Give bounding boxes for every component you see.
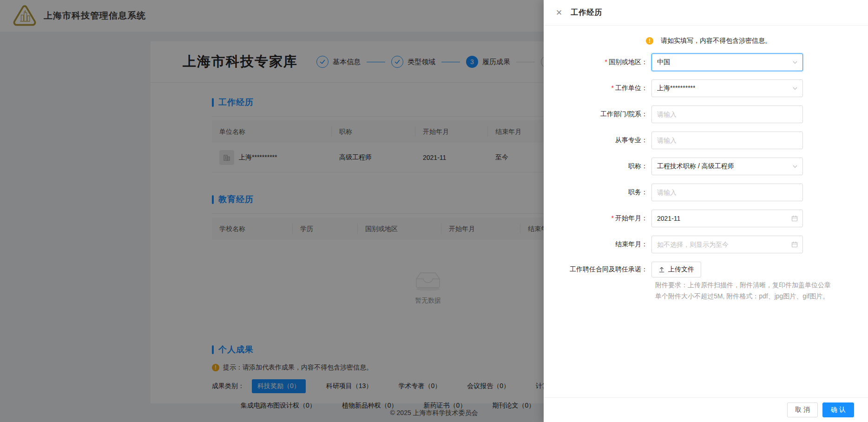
department-input[interactable] — [657, 111, 789, 118]
form-row-start-date: *开始年月： — [544, 210, 868, 227]
work-unit-select[interactable]: 上海********** — [651, 79, 803, 97]
drawer-footer: 取 消 确 认 — [544, 397, 868, 422]
field-label: 工作聘任合同及聘任承诺： — [544, 265, 651, 274]
drawer-body: ! 请如实填写，内容不得包含涉密信息。 *国别或地区： 中国 *工作单位： 上海… — [544, 26, 868, 397]
form-row-end-date: 结束年月： — [544, 236, 868, 253]
form-row-position: 职务： — [544, 184, 868, 201]
field-label: 结束年月： — [544, 240, 651, 249]
field-label: *工作单位： — [544, 84, 651, 92]
form-row-work-unit: *工作单位： 上海********** — [544, 79, 868, 97]
form-row-department: 工作部门/院系： — [544, 106, 868, 123]
start-date-picker[interactable] — [651, 210, 803, 227]
field-label: *开始年月： — [544, 214, 651, 223]
cancel-button[interactable]: 取 消 — [787, 402, 818, 417]
work-experience-drawer: ✕ 工作经历 ! 请如实填写，内容不得包含涉密信息。 *国别或地区： 中国 *工… — [544, 0, 868, 422]
screen: 上海市科技管理信息系统 上海市科技专家库 基本信息 类型领域 — [0, 0, 868, 422]
field-label: 从事专业： — [544, 136, 651, 145]
start-date-input[interactable] — [657, 215, 789, 222]
end-date-picker[interactable] — [651, 236, 803, 253]
calendar-icon — [791, 241, 798, 248]
warning-icon: ! — [646, 37, 653, 45]
close-icon[interactable]: ✕ — [556, 9, 562, 17]
form-row-contract-upload: 工作聘任合同及聘任承诺： 上传文件 — [544, 262, 868, 277]
upload-hint-line: 附件要求：上传原件扫描件，附件清晰，复印件加盖单位公章 — [655, 279, 860, 290]
form-row-country: *国别或地区： 中国 — [544, 53, 868, 71]
title-select[interactable]: 工程技术职称 / 高级工程师 — [651, 158, 803, 175]
end-date-input[interactable] — [657, 241, 789, 248]
chevron-down-icon — [792, 86, 798, 91]
chevron-down-icon — [792, 164, 798, 169]
upload-hints: 附件要求：上传原件扫描件，附件清晰，复印件加盖单位公章 单个附件大小不超过5M,… — [655, 279, 860, 302]
country-select[interactable]: 中国 — [651, 53, 803, 71]
drawer-title: 工作经历 — [571, 8, 602, 18]
drawer-header: ✕ 工作经历 — [544, 0, 868, 26]
field-label: 工作部门/院系： — [544, 110, 651, 119]
position-input[interactable] — [657, 189, 789, 196]
confirm-button[interactable]: 确 认 — [822, 402, 854, 417]
department-input-wrap — [651, 106, 803, 123]
major-input[interactable] — [657, 137, 789, 144]
form-row-title: 职称： 工程技术职称 / 高级工程师 — [544, 158, 868, 175]
chevron-down-icon — [792, 59, 798, 65]
form-row-major: 从事专业： — [544, 132, 868, 149]
field-label: 职务： — [544, 188, 651, 197]
major-input-wrap — [651, 132, 803, 149]
field-label: 职称： — [544, 162, 651, 171]
calendar-icon — [791, 215, 798, 222]
upload-file-button[interactable]: 上传文件 — [651, 262, 701, 277]
upload-icon — [658, 266, 665, 273]
drawer-notice: ! 请如实填写，内容不得包含涉密信息。 — [646, 37, 868, 45]
upload-hint-line: 单个附件大小不超过5M, 附件格式：pdf、jpg图片、gif图片。 — [655, 290, 860, 302]
position-input-wrap — [651, 184, 803, 201]
field-label: *国别或地区： — [544, 58, 651, 66]
